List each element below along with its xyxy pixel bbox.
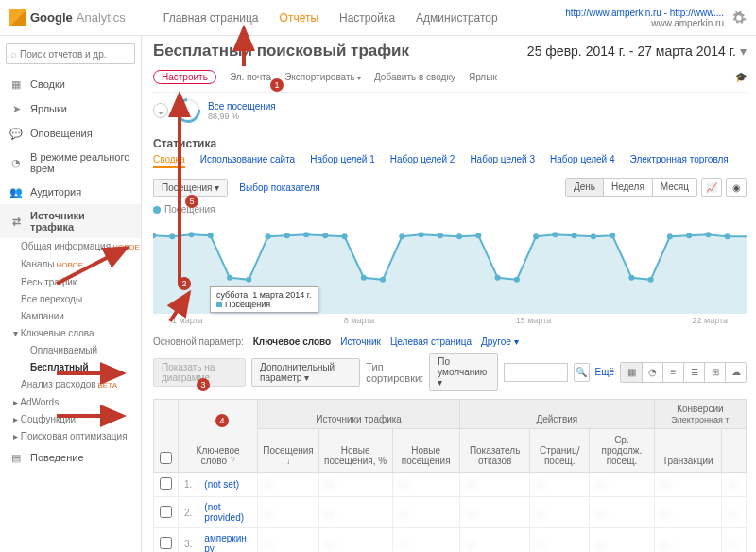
col-transactions[interactable]: Транзакции <box>654 429 721 473</box>
select-all-checkbox[interactable] <box>160 452 172 464</box>
view-percent-icon[interactable]: ◔ <box>642 363 662 382</box>
view-table-icon[interactable]: ▦ <box>621 363 642 382</box>
svg-point-23 <box>591 233 596 239</box>
subnav-social[interactable]: ▸ Соцфункции <box>13 411 141 428</box>
chart-type-line-icon[interactable]: 📈 <box>701 178 722 197</box>
col-pages[interactable]: Страниц/ посещ. <box>530 429 590 473</box>
col-bounce[interactable]: Показатель отказов <box>459 429 529 473</box>
sidebar-item-audience[interactable]: 👥 Аудитория <box>0 180 141 204</box>
row-checkbox[interactable] <box>160 506 172 518</box>
granularity-month[interactable]: Месяц <box>652 179 696 196</box>
svg-point-26 <box>648 277 654 283</box>
subnav-keywords[interactable]: ▾ Ключевые слова <box>13 325 141 342</box>
tab-summary[interactable]: Сводка <box>153 154 185 168</box>
tab-ecommerce[interactable]: Электронная торговля <box>630 154 729 168</box>
search-input[interactable]: ⌕ <box>6 43 135 64</box>
subnav-campaigns[interactable]: Кампании <box>21 308 141 325</box>
table-row[interactable]: 3. амперкин ру ———————— <box>154 528 747 553</box>
dim-landing[interactable]: Целевая страница <box>390 336 472 347</box>
subnav-all-referrals[interactable]: Все переходы <box>21 291 141 308</box>
view-pivot-icon[interactable]: ⊞ <box>704 363 725 382</box>
x-tick: 15 марта <box>516 316 552 325</box>
education-icon[interactable]: 🎓 <box>735 72 747 82</box>
chart-type-motion-icon[interactable]: ◉ <box>726 178 747 197</box>
keyword-cell[interactable]: (not provided) <box>198 497 258 528</box>
col-visits[interactable]: Посещения <box>258 429 318 473</box>
advanced-link[interactable]: Ещё <box>595 367 614 377</box>
sidebar-item-realtime[interactable]: ◔ В режиме реального врем <box>0 146 141 180</box>
alert-icon: 💬 <box>9 127 23 140</box>
view-performance-icon[interactable]: ≡ <box>662 363 683 382</box>
granularity-week[interactable]: Неделя <box>603 179 652 196</box>
tab-goalset-2[interactable]: Набор целей 2 <box>390 154 455 168</box>
subnav-free[interactable]: Бесплатный <box>21 359 141 376</box>
nav-home[interactable]: Главная страница <box>163 11 259 25</box>
help-icon[interactable]: ? <box>230 456 235 466</box>
dim-keyword[interactable]: Ключевое слово <box>253 336 331 347</box>
customize-button[interactable]: Настроить <box>153 70 216 84</box>
date-range-picker[interactable]: 25 февр. 2014 г. - 27 марта 2014 г.▾ <box>527 43 747 59</box>
collapse-icon[interactable]: ⌄ <box>153 103 168 118</box>
export-button[interactable]: Экспортировать <box>284 72 361 82</box>
shortcut-button[interactable]: Ярлык <box>469 72 497 82</box>
tab-goalset-4[interactable]: Набор целей 4 <box>550 154 615 168</box>
sidebar-item-behavior[interactable]: ▤ Поведение <box>0 445 141 470</box>
secondary-dim-dropdown[interactable]: Дополнительный параметр ▾ <box>251 358 360 387</box>
sidebar-item-alerts[interactable]: 💬 Оповещения <box>0 121 141 146</box>
segment-donut-icon <box>171 94 206 129</box>
subnav-all-traffic[interactable]: Весь трафик <box>21 274 141 291</box>
logo[interactable]: Google Analytics <box>9 9 126 26</box>
view-cloud-icon[interactable]: ☁ <box>725 363 746 382</box>
row-checkbox[interactable] <box>160 477 172 490</box>
keyword-cell[interactable]: амперкин ру <box>198 528 258 553</box>
nav-reports[interactable]: Отчеты <box>280 11 318 25</box>
plot-rows-button[interactable]: Показать на диаграмме <box>153 358 246 387</box>
subnav-overview[interactable]: Общая информацияНОВОЕ <box>21 238 141 256</box>
nav-admin[interactable]: Администратор <box>416 11 498 25</box>
email-button[interactable]: Эл. почта <box>230 72 271 82</box>
subnav-seo[interactable]: ▸ Поисковая оптимизация <box>13 428 141 445</box>
vs-metric-selector[interactable]: Выбор показателя <box>239 182 319 193</box>
behavior-icon: ▤ <box>9 451 23 464</box>
metric-dropdown[interactable]: Посещения ▾ <box>153 179 228 197</box>
keyword-cell[interactable]: (not set) <box>198 473 258 497</box>
sidebar-item-traffic-sources[interactable]: ⇄ Источники трафика <box>0 204 141 238</box>
subnav-paid[interactable]: Оплачиваемый <box>21 342 141 359</box>
dim-source[interactable]: Источник <box>340 336 381 347</box>
add-to-dashboard-button[interactable]: Добавить в сводку <box>374 72 455 82</box>
sidebar-item-dashboards[interactable]: ▦ Сводки <box>0 72 141 96</box>
col-new-visits[interactable]: Новые посещения <box>392 429 459 473</box>
col-new-visits-pct[interactable]: Новые посещения, % <box>318 429 392 473</box>
clock-icon: ◔ <box>9 156 23 169</box>
svg-point-30 <box>725 233 730 239</box>
tab-goalset-1[interactable]: Набор целей 1 <box>310 154 375 168</box>
legend-dot-icon <box>153 206 161 214</box>
subnav-cost[interactable]: Анализ расходовБЕТА <box>21 376 141 394</box>
table-row[interactable]: 1. (not set) ———————— <box>154 473 747 497</box>
granularity-toggle: День Неделя Месяц <box>565 178 697 197</box>
subnav-channels[interactable]: КаналыНОВОЕ <box>21 256 141 274</box>
line-chart[interactable]: суббота, 1 марта 2014 г. Посещения <box>153 218 747 313</box>
col-duration[interactable]: Ср. продолж. посещ. <box>590 429 655 473</box>
search-button-icon[interactable]: 🔍 <box>574 363 590 382</box>
svg-point-16 <box>456 233 462 239</box>
logo-text-analytics: Analytics <box>77 10 126 25</box>
gear-icon[interactable] <box>731 10 747 26</box>
sidebar-item-shortcuts[interactable]: ➤ Ярлыки <box>0 96 141 121</box>
col-group-acquisition: Источники трафика <box>258 400 460 429</box>
col-keyword[interactable]: Ключевое слово ? <box>179 400 258 473</box>
tab-site-usage[interactable]: Использование сайта <box>200 154 295 168</box>
dim-other[interactable]: Другое ▾ <box>481 336 519 347</box>
tab-goalset-3[interactable]: Набор целей 3 <box>470 154 535 168</box>
sort-dropdown[interactable]: По умолчанию ▾ <box>429 353 498 391</box>
granularity-day[interactable]: День <box>566 179 603 196</box>
row-checkbox[interactable] <box>160 537 172 549</box>
view-comparison-icon[interactable]: ≣ <box>683 363 704 382</box>
subnav-adwords[interactable]: ▸ AdWords <box>13 394 141 411</box>
nav-setup[interactable]: Настройка <box>339 11 395 25</box>
segment-all-visits[interactable]: Все посещения <box>208 101 276 112</box>
table-search-input[interactable] <box>504 363 568 382</box>
stats-heading: Статистика <box>153 137 747 150</box>
table-row[interactable]: 2. (not provided) ———————— <box>154 497 747 528</box>
account-selector[interactable]: http://www.amperkin.ru - http://www.... <box>565 8 724 18</box>
